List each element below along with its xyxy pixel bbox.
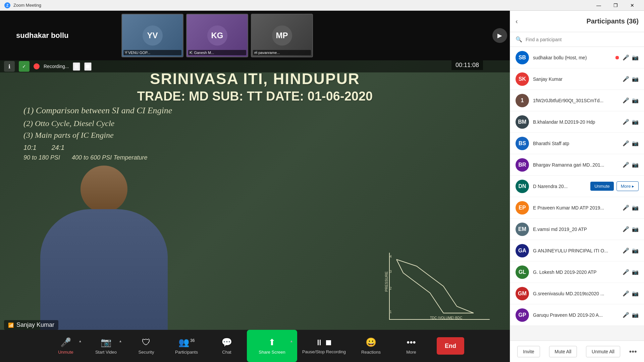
participant-name: B.khalandar M.D2019-20 Hdp: [533, 119, 619, 125]
svg-text:TDC (VOLUME) BDC: TDC (VOLUME) BDC: [430, 316, 462, 320]
unmute-participant-button[interactable]: Unmute: [590, 182, 614, 191]
svg-text:2: 2: [390, 287, 392, 290]
participant-thumb-2[interactable]: KG 🎤 K. Ganesh M...: [186, 14, 248, 57]
more-participant-button[interactable]: More ▸: [616, 181, 639, 191]
video-status-icon: 📷: [632, 226, 639, 232]
more-button[interactable]: ••• More: [391, 330, 431, 362]
invite-button[interactable]: Invite: [517, 346, 540, 357]
list-item[interactable]: GA G ANJINEYULU PRINCIPAL ITI O... 🎤 📷: [510, 240, 644, 261]
mic-status-icon: 🎤: [623, 76, 629, 82]
chat-button[interactable]: 💬 Chat: [207, 330, 247, 362]
avatar: GA: [516, 244, 529, 257]
mute-all-button[interactable]: Mute All: [549, 346, 577, 357]
share-screen-button[interactable]: ⬆ Share Screen ▲: [247, 330, 297, 362]
list-item[interactable]: SK Sanjay Kumar 🎤 📷: [510, 68, 644, 90]
avatar: DN: [516, 180, 529, 193]
recording-bar: ℹ ✓ Recording... ⏸ ⏹: [0, 60, 510, 72]
info-button[interactable]: ℹ: [4, 61, 15, 72]
recording-stop-button[interactable]: ⏹: [84, 62, 92, 71]
participant-controls: 🎤 📷: [623, 76, 639, 82]
list-item[interactable]: DN D Narendra 20... Unmute More ▸: [510, 176, 644, 197]
security-status-icon[interactable]: ✓: [19, 61, 30, 72]
chat-icon: 💬: [221, 337, 232, 348]
thumb-name-1: Y VENU GOP...: [123, 50, 181, 55]
unmute-all-button[interactable]: Unmute All: [586, 346, 620, 357]
minimize-button[interactable]: —: [591, 0, 606, 11]
panel-footer: Invite Mute All Unmute All •••: [510, 341, 644, 362]
active-speaker-label: 📶 Sanjay Kumar: [4, 320, 58, 330]
list-item[interactable]: EM E.vamsi md 2019_20 ATP 🎤 📷: [510, 219, 644, 240]
list-item[interactable]: GM G.sreenivasulu MD.2019to2020 ... 🎤 📷: [510, 283, 644, 304]
pause-recording-button[interactable]: ⏸ ⏹ Pause/Stop Recording: [297, 330, 351, 362]
chalkboard-topic3: (3) Main parts of IC Engine: [10, 129, 500, 141]
mic-status-icon: 🎤: [623, 204, 629, 211]
active-speaker-name: Sanjay Kumar: [16, 321, 54, 328]
participants-list: SB sudhakar bollu (Host, me) ⏺ 🎤 📷 SK Sa…: [510, 47, 644, 341]
video-area: sudhakar bollu YV 🎤 Y VENU GOP... KG 🎤 K…: [0, 11, 510, 362]
participant-controls: 🎤 📷: [623, 204, 639, 211]
list-item[interactable]: SB sudhakar bollu (Host, me) ⏺ 🎤 📷: [510, 47, 644, 68]
mic-status-icon: 🎤: [623, 162, 629, 168]
avatar: GP: [516, 308, 529, 322]
share-arrow-icon[interactable]: ▲: [290, 339, 293, 343]
mic-status-icon: 🎤: [623, 119, 629, 125]
list-item[interactable]: GL G. Lokesh MD 2019-2020 ATP 🎤 📷: [510, 261, 644, 283]
collapse-panel-button[interactable]: ‹: [516, 17, 518, 25]
participant-controls: 🎤 📷: [623, 119, 639, 125]
chalkboard-topic1: (1) Comparison between SI and CI Engine: [10, 104, 500, 118]
top-participant-strip: sudhakar bollu YV 🎤 Y VENU GOP... KG 🎤 K…: [0, 11, 510, 60]
participant-name: Sanjay Kumar: [533, 76, 619, 82]
mic-status-icon: 🎤: [623, 312, 629, 318]
avatar: BS: [516, 137, 529, 150]
recording-pause-button[interactable]: ⏸: [73, 62, 80, 71]
list-item[interactable]: GP Garuqu Praveen MD 2019-20 A... 🎤 📷: [510, 304, 644, 326]
participants-button[interactable]: 👥 36 Participants: [166, 330, 207, 362]
participant-thumb-1[interactable]: YV 🎤 Y VENU GOP...: [121, 14, 183, 57]
video-status-icon: 📷: [632, 97, 639, 104]
mic-arrow-icon[interactable]: ▲: [78, 339, 82, 343]
chat-button-label: Chat: [222, 350, 231, 355]
video-arrow-icon[interactable]: ▲: [119, 339, 122, 343]
participants-icon: 👥 36: [178, 337, 195, 348]
pause-recording-label: Pause/Stop Recording: [302, 349, 346, 354]
mic-status-icon: 🎤: [623, 226, 629, 232]
mic-status-icon: 🎤: [623, 54, 629, 61]
mic-status-icon: 🎤: [623, 140, 629, 146]
recording-text: Recording...: [44, 64, 69, 69]
search-input[interactable]: [526, 37, 639, 42]
avatar: GM: [516, 287, 529, 300]
end-meeting-button[interactable]: End: [437, 337, 464, 355]
more-options-icon[interactable]: •••: [629, 347, 637, 356]
toolbar: 🎤 Unmute ▲ 📷 Start Video ▲ 🛡 Security 👥 …: [0, 330, 510, 362]
mute-button[interactable]: 🎤 Unmute ▲: [46, 330, 86, 362]
window-title: Zoom Meeting: [13, 3, 591, 8]
video-button-label: Start Video: [95, 350, 117, 355]
participant-name: D Narendra 20...: [533, 184, 586, 189]
video-status-icon: 📷: [632, 119, 639, 125]
security-button-label: Security: [139, 350, 154, 355]
thumb-name-3: m pavanrame...: [253, 50, 311, 55]
security-button[interactable]: 🛡 Security: [126, 330, 166, 362]
mic-status-icon: 🎤: [623, 269, 629, 275]
pause-stop-icons: ⏸ ⏹: [315, 338, 333, 347]
list-item[interactable]: BS Bharathi Staff atp 🎤 📷: [510, 133, 644, 154]
participant-thumb-3[interactable]: MP 🎤 m pavanrame...: [251, 14, 313, 57]
start-video-button[interactable]: 📷 Start Video ▲: [86, 330, 126, 362]
share-screen-label: Share Screen: [259, 350, 285, 355]
participant-controls: ⏺ 🎤 📷: [614, 54, 639, 61]
participant-name: sudhakar bollu (Host, me): [533, 55, 610, 60]
list-item[interactable]: BM B.khalandar M.D2019-20 Hdp 🎤 📷: [510, 111, 644, 133]
chalkboard-title-line2: TRADE: MD SUB: TT DATE: 01-06-2020: [10, 88, 500, 104]
participant-controls: 🎤 📷: [623, 162, 639, 168]
expand-participants-button[interactable]: ▶: [492, 28, 507, 43]
video-status-icon: 📷: [632, 162, 639, 168]
svg-text:4: 4: [390, 255, 392, 258]
reactions-button[interactable]: 😀 Reactions: [351, 330, 391, 362]
list-item[interactable]: EP E Praveen Kumar MD ATP 2019... 🎤 📷: [510, 197, 644, 219]
list-item[interactable]: 1 1fW2r0JbtfuEr90Qt_301SCmTd... 🎤 📷: [510, 90, 644, 111]
close-button[interactable]: ✕: [625, 0, 640, 11]
video-status-icon: 📷: [632, 312, 639, 318]
video-status-icon: 📷: [632, 290, 639, 297]
list-item[interactable]: BR Bhargav Ramanna gari MD..201... 🎤 📷: [510, 154, 644, 176]
maximize-button[interactable]: ❐: [608, 0, 623, 11]
